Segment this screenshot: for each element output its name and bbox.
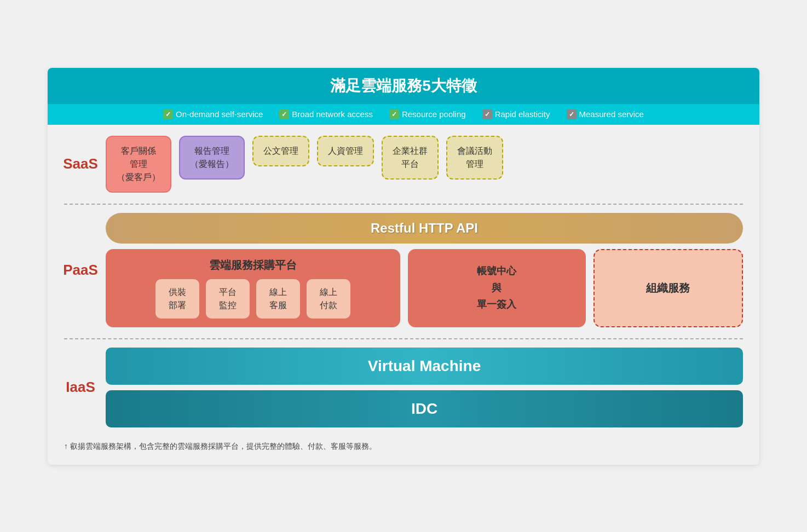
feature-resource-pooling: ✓ Resource pooling <box>389 109 466 119</box>
paas-procurement-title: 雲端服務採購平台 <box>117 258 389 273</box>
paas-account-block: 帳號中心 與 單一簽入 <box>408 249 586 327</box>
header-title: 滿足雲端服務5大特徵 <box>59 76 748 96</box>
saas-row: SaaS 客戶關係 管理 （愛客戶） 報告管理 （愛報告） 公文管理 人資管理 … <box>64 136 743 193</box>
feature-measured-service: ✓ Measured service <box>567 109 644 119</box>
paas-sub-monitor: 平台 監控 <box>206 279 250 319</box>
saas-content-area: 客戶關係 管理 （愛客戶） 報告管理 （愛報告） 公文管理 人資管理 企業社群 … <box>106 136 743 193</box>
paas-label: PaaS <box>64 213 97 327</box>
saas-box-social: 企業社群 平台 <box>382 136 439 180</box>
iaas-row: IaaS Virtual Machine IDC <box>64 348 743 427</box>
saas-boxes: 客戶關係 管理 （愛客戶） 報告管理 （愛報告） 公文管理 人資管理 企業社群 … <box>106 136 743 193</box>
saas-label: SaaS <box>64 136 97 193</box>
feature-rapid-elasticity-label: Rapid elasticity <box>495 109 550 119</box>
saas-paas-separator <box>64 204 743 205</box>
feature-on-demand-label: On-demand self-service <box>176 109 263 119</box>
feature-broad-network-label: Broad network access <box>292 109 373 119</box>
caption: ↑ 叡揚雲端服務架構，包含完整的雲端服務採購平台，提供完整的體驗、付款、客服等服… <box>64 438 743 454</box>
iaas-label: IaaS <box>64 348 97 427</box>
saas-box-doc: 公文管理 <box>252 136 309 166</box>
feature-resource-pooling-label: Resource pooling <box>402 109 466 119</box>
idc-bar: IDC <box>106 390 743 427</box>
header: 滿足雲端服務5大特徵 <box>48 68 759 104</box>
feature-rapid-elasticity: ✓ Rapid elasticity <box>482 109 550 119</box>
paas-iaas-separator <box>64 338 743 339</box>
check-rapid-elasticity-icon: ✓ <box>482 109 492 119</box>
paas-sub-payment: 線上 付款 <box>307 279 350 319</box>
paas-sub-support: 線上 客服 <box>256 279 300 319</box>
saas-box-hr: 人資管理 <box>317 136 374 166</box>
diagram-container: 滿足雲端服務5大特徵 ✓ On-demand self-service ✓ Br… <box>48 68 759 465</box>
feature-broad-network: ✓ Broad network access <box>279 109 373 119</box>
vm-bar: Virtual Machine <box>106 348 743 385</box>
paas-org-block: 組織服務 <box>593 249 743 327</box>
check-resource-pooling-icon: ✓ <box>389 109 399 119</box>
saas-box-report: 報告管理 （愛報告） <box>179 136 245 180</box>
paas-procurement-block: 雲端服務採購平台 供裝 部署 平台 監控 線上 客服 線上 付款 <box>106 249 400 327</box>
features-bar: ✓ On-demand self-service ✓ Broad network… <box>48 104 759 125</box>
paas-content-area: Restful HTTP API 雲端服務採購平台 供裝 部署 平台 監控 線上… <box>106 213 743 327</box>
saas-box-crm: 客戶關係 管理 （愛客戶） <box>106 136 171 193</box>
paas-inner: 雲端服務採購平台 供裝 部署 平台 監控 線上 客服 線上 付款 帳號中心 與 … <box>106 249 743 327</box>
iaas-content-area: Virtual Machine IDC <box>106 348 743 427</box>
paas-sub-deploy: 供裝 部署 <box>155 279 199 319</box>
check-measured-service-icon: ✓ <box>567 109 577 119</box>
paas-sub-boxes: 供裝 部署 平台 監控 線上 客服 線上 付款 <box>117 279 389 319</box>
feature-measured-service-label: Measured service <box>579 109 644 119</box>
main-content: SaaS 客戶關係 管理 （愛客戶） 報告管理 （愛報告） 公文管理 人資管理 … <box>48 125 759 465</box>
saas-box-meeting: 會議活動 管理 <box>446 136 503 180</box>
check-broad-network-icon: ✓ <box>279 109 289 119</box>
restful-bar: Restful HTTP API <box>106 213 743 244</box>
check-on-demand-icon: ✓ <box>163 109 173 119</box>
paas-row: PaaS Restful HTTP API 雲端服務採購平台 供裝 部署 平台 … <box>64 213 743 327</box>
feature-on-demand: ✓ On-demand self-service <box>163 109 263 119</box>
